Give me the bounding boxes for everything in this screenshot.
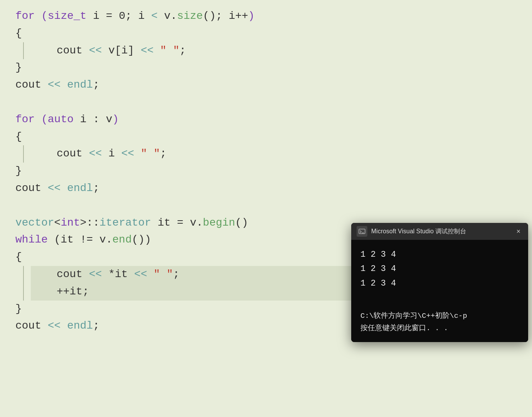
terminal-title: Microsoft Visual Studio 调试控制台 <box>371 228 510 236</box>
terminal-output-line-3: 1 2 3 4 <box>360 276 519 291</box>
code-line-11: cout << endl; <box>15 180 517 197</box>
terminal-body: 1 2 3 4 1 2 3 4 1 2 3 4 C:\软件方向学习\C++初阶\… <box>351 240 528 342</box>
terminal-icon <box>357 226 367 237</box>
code-line-1: for (size_t i = 0; i < v.size(); i++) <box>15 8 517 25</box>
code-editor: for (size_t i = 0; i < v.size(); i++) { … <box>0 0 532 417</box>
code-line-4: } <box>15 59 517 76</box>
terminal-path: C:\软件方向学习\C++初阶\c-p <box>360 310 519 322</box>
code-line-8: { <box>15 128 517 146</box>
code-line-2: { <box>15 25 517 42</box>
terminal-output-line-1: 1 2 3 4 <box>360 248 519 262</box>
code-line-7: for (auto i : v) <box>15 111 517 128</box>
terminal-titlebar: Microsoft Visual Studio 调试控制台 × <box>351 223 528 240</box>
code-line-10: } <box>15 163 517 180</box>
code-line-12 <box>15 197 517 214</box>
code-line-3: cout << v[i] << " "; <box>31 42 517 60</box>
terminal-prompt: 按任意键关闭此窗口. . . <box>360 322 519 334</box>
terminal-popup: Microsoft Visual Studio 调试控制台 × 1 2 3 4 … <box>351 223 528 342</box>
terminal-close-button[interactable]: × <box>514 227 523 236</box>
code-line-6 <box>15 94 517 111</box>
code-line-9: cout << i << " "; <box>31 145 517 163</box>
code-block-2: cout << i << " "; <box>15 145 517 163</box>
terminal-output-line-2: 1 2 3 4 <box>360 262 519 276</box>
code-block-1: cout << v[i] << " "; <box>15 42 517 60</box>
terminal-blank <box>360 295 519 309</box>
keyword-for: for <box>15 8 35 25</box>
code-line-5: cout << endl; <box>15 76 517 94</box>
